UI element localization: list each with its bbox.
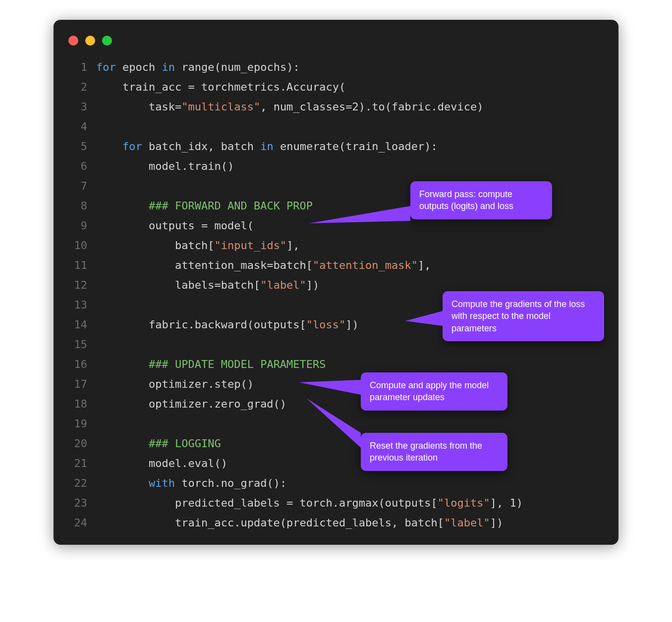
line-source <box>96 117 103 137</box>
line-source <box>96 295 103 315</box>
code-line: 1for epoch in range(num_epochs): <box>63 57 604 77</box>
line-source: for epoch in range(num_epochs): <box>96 57 300 77</box>
line-number: 23 <box>63 493 96 513</box>
code-line: 4 <box>63 117 604 137</box>
line-number: 11 <box>63 256 96 275</box>
code-window: 1for epoch in range(num_epochs):2 train_… <box>54 20 618 545</box>
code-line: 15 <box>63 335 604 355</box>
code-line: 10 batch["input_ids"], <box>63 236 604 256</box>
code-line: 13 <box>63 295 604 315</box>
code-line: 22 with torch.no_grad(): <box>63 473 604 493</box>
line-number: 9 <box>63 216 96 236</box>
line-number: 17 <box>63 374 96 394</box>
line-number: 2 <box>63 77 96 97</box>
zoom-dot-icon[interactable] <box>102 36 112 46</box>
line-source: ### FORWARD AND BACK PROP <box>96 196 313 216</box>
code-line: 17 optimizer.step() <box>63 374 604 394</box>
line-number: 3 <box>63 97 96 117</box>
line-source: with torch.no_grad(): <box>96 473 286 493</box>
code-line: 7 <box>63 176 604 196</box>
code-line: 14 fabric.backward(outputs["loss"]) <box>63 315 604 335</box>
line-number: 10 <box>63 236 96 256</box>
line-source <box>96 176 103 196</box>
code-line: 8 ### FORWARD AND BACK PROP <box>63 196 604 216</box>
line-number: 24 <box>63 513 96 533</box>
line-source: ### LOGGING <box>96 434 221 454</box>
line-number: 16 <box>63 355 96 374</box>
code-line: 23 predicted_labels = torch.argmax(outpu… <box>63 493 604 513</box>
code-line: 24 train_acc.update(predicted_labels, ba… <box>63 513 604 533</box>
line-source: train_acc = torchmetrics.Accuracy( <box>96 77 345 97</box>
code-line: 20 ### LOGGING <box>63 434 604 454</box>
line-number: 6 <box>63 156 96 176</box>
line-number: 4 <box>63 117 96 137</box>
code-line: 5 for batch_idx, batch in enumerate(trai… <box>63 137 604 156</box>
line-source: ### UPDATE MODEL PARAMETERS <box>96 355 326 374</box>
line-source: outputs = model( <box>96 216 254 236</box>
close-dot-icon[interactable] <box>68 36 78 46</box>
line-number: 21 <box>63 454 96 473</box>
code-line: 2 train_acc = torchmetrics.Accuracy( <box>63 77 604 97</box>
line-source: predicted_labels = torch.argmax(outputs[… <box>96 493 523 513</box>
code-line: 19 <box>63 414 604 434</box>
code-line: 3 task="multiclass", num_classes=2).to(f… <box>63 97 604 117</box>
line-source: labels=batch["label"]) <box>96 275 319 295</box>
code-line: 11 attention_mask=batch["attention_mask"… <box>63 256 604 275</box>
code-line: 21 model.eval() <box>63 454 604 473</box>
line-source: train_acc.update(predicted_labels, batch… <box>96 513 503 533</box>
code-line: 16 ### UPDATE MODEL PARAMETERS <box>63 355 604 374</box>
line-number: 20 <box>63 434 96 454</box>
line-source: task="multiclass", num_classes=2).to(fab… <box>96 97 484 117</box>
line-source <box>96 414 103 434</box>
line-number: 12 <box>63 275 96 295</box>
line-number: 7 <box>63 176 96 196</box>
code-line: 9 outputs = model( <box>63 216 604 236</box>
line-number: 15 <box>63 335 96 355</box>
line-source <box>96 335 103 355</box>
line-number: 13 <box>63 295 96 315</box>
line-source: fabric.backward(outputs["loss"]) <box>96 315 359 335</box>
code-area: 1for epoch in range(num_epochs):2 train_… <box>63 57 604 533</box>
line-number: 8 <box>63 196 96 216</box>
line-source: model.eval() <box>96 454 227 473</box>
code-line: 6 model.train() <box>63 156 604 176</box>
code-line: 12 labels=batch["label"]) <box>63 275 604 295</box>
line-number: 5 <box>63 137 96 156</box>
line-source: batch["input_ids"], <box>96 236 300 256</box>
line-source: model.train() <box>96 156 234 176</box>
line-number: 14 <box>63 315 96 335</box>
line-source: optimizer.zero_grad() <box>96 394 286 414</box>
line-source: optimizer.step() <box>96 374 254 394</box>
line-number: 22 <box>63 473 96 493</box>
window-titlebar <box>63 32 604 57</box>
line-source: attention_mask=batch["attention_mask"], <box>96 256 431 275</box>
line-number: 19 <box>63 414 96 434</box>
line-number: 18 <box>63 394 96 414</box>
line-source: for batch_idx, batch in enumerate(train_… <box>96 137 438 156</box>
minimize-dot-icon[interactable] <box>85 36 95 46</box>
line-number: 1 <box>63 57 96 77</box>
code-line: 18 optimizer.zero_grad() <box>63 394 604 414</box>
